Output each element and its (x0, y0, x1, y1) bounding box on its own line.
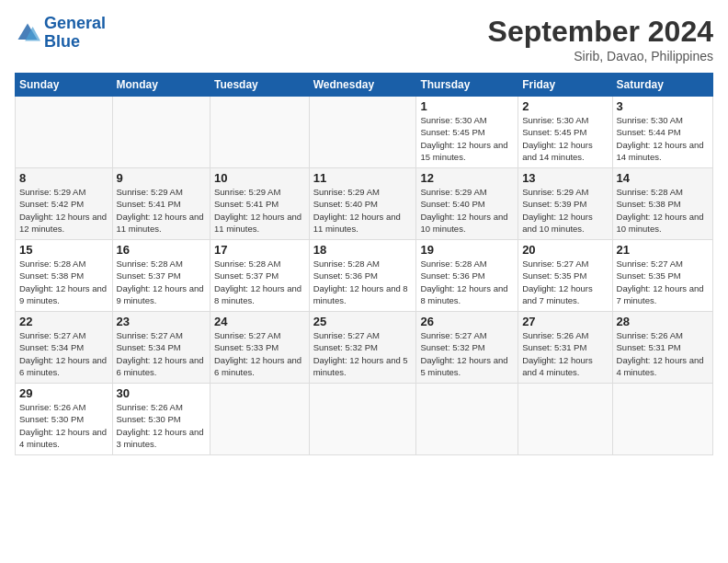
calendar-cell (309, 384, 416, 455)
calendar-week-2: 8 Sunrise: 5:29 AMSunset: 5:42 PMDayligh… (16, 168, 713, 240)
calendar-cell: 8 Sunrise: 5:29 AMSunset: 5:42 PMDayligh… (16, 168, 113, 240)
day-detail: Sunrise: 5:28 AMSunset: 5:36 PMDaylight:… (313, 259, 408, 305)
calendar-cell (112, 97, 210, 168)
calendar-cell: 14 Sunrise: 5:28 AMSunset: 5:38 PMDaylig… (612, 168, 712, 240)
day-detail: Sunrise: 5:30 AMSunset: 5:45 PMDaylight:… (522, 115, 593, 162)
header-sunday: Sunday (16, 74, 113, 97)
day-number: 3 (617, 99, 709, 113)
calendar-cell: 17 Sunrise: 5:28 AMSunset: 5:37 PMDaylig… (210, 240, 310, 312)
day-detail: Sunrise: 5:28 AMSunset: 5:36 PMDaylight:… (420, 259, 507, 305)
day-number: 19 (420, 243, 514, 257)
calendar-cell: 18 Sunrise: 5:28 AMSunset: 5:36 PMDaylig… (309, 240, 416, 312)
calendar-cell: 28 Sunrise: 5:26 AMSunset: 5:31 PMDaylig… (612, 312, 712, 384)
calendar-cell: 16 Sunrise: 5:28 AMSunset: 5:37 PMDaylig… (112, 240, 210, 312)
day-detail: Sunrise: 5:27 AMSunset: 5:34 PMDaylight:… (117, 330, 204, 377)
day-detail: Sunrise: 5:26 AMSunset: 5:30 PMDaylight:… (19, 402, 107, 449)
location-subtitle: Sirib, Davao, Philippines (488, 49, 713, 63)
day-detail: Sunrise: 5:27 AMSunset: 5:32 PMDaylight:… (313, 330, 408, 377)
calendar-cell: 21 Sunrise: 5:27 AMSunset: 5:35 PMDaylig… (612, 240, 712, 312)
day-detail: Sunrise: 5:29 AMSunset: 5:41 PMDaylight:… (214, 187, 301, 234)
day-number: 14 (617, 171, 709, 185)
calendar-cell: 13 Sunrise: 5:29 AMSunset: 5:39 PMDaylig… (518, 168, 612, 240)
month-title: September 2024 (488, 15, 713, 49)
page-header: General Blue September 2024 Sirib, Davao… (15, 15, 713, 63)
calendar-cell: 10 Sunrise: 5:29 AMSunset: 5:41 PMDaylig… (210, 168, 310, 240)
calendar-cell (210, 97, 310, 168)
logo-text: General Blue (44, 15, 106, 52)
calendar-cell: 29 Sunrise: 5:26 AMSunset: 5:30 PMDaylig… (16, 384, 113, 455)
calendar-cell: 25 Sunrise: 5:27 AMSunset: 5:32 PMDaylig… (309, 312, 416, 384)
day-detail: Sunrise: 5:30 AMSunset: 5:44 PMDaylight:… (617, 115, 704, 162)
day-detail: Sunrise: 5:27 AMSunset: 5:35 PMDaylight:… (522, 259, 593, 305)
day-detail: Sunrise: 5:28 AMSunset: 5:38 PMDaylight:… (19, 259, 107, 305)
header-monday: Monday (112, 74, 210, 97)
day-number: 2 (522, 99, 608, 113)
calendar-cell: 26 Sunrise: 5:27 AMSunset: 5:32 PMDaylig… (416, 312, 518, 384)
day-number: 22 (19, 315, 108, 328)
calendar-cell: 11 Sunrise: 5:29 AMSunset: 5:40 PMDaylig… (309, 168, 416, 240)
calendar-cell: 30 Sunrise: 5:26 AMSunset: 5:30 PMDaylig… (112, 384, 210, 455)
header-thursday: Thursday (416, 74, 518, 97)
day-number: 18 (313, 243, 413, 257)
day-detail: Sunrise: 5:28 AMSunset: 5:38 PMDaylight:… (617, 187, 704, 234)
calendar-week-3: 15 Sunrise: 5:28 AMSunset: 5:38 PMDaylig… (16, 240, 713, 312)
calendar-cell (518, 384, 612, 455)
day-number: 30 (117, 386, 206, 400)
calendar-cell: 2 Sunrise: 5:30 AMSunset: 5:45 PMDayligh… (518, 97, 612, 168)
day-detail: Sunrise: 5:27 AMSunset: 5:32 PMDaylight:… (420, 330, 507, 377)
day-detail: Sunrise: 5:27 AMSunset: 5:34 PMDaylight:… (19, 330, 107, 377)
day-detail: Sunrise: 5:29 AMSunset: 5:40 PMDaylight:… (313, 187, 401, 234)
calendar-week-1: 1 Sunrise: 5:30 AMSunset: 5:45 PMDayligh… (16, 97, 713, 168)
calendar-cell (416, 384, 518, 455)
day-number: 9 (117, 171, 206, 185)
calendar-cell: 3 Sunrise: 5:30 AMSunset: 5:44 PMDayligh… (612, 97, 712, 168)
calendar-cell: 20 Sunrise: 5:27 AMSunset: 5:35 PMDaylig… (518, 240, 612, 312)
day-number: 24 (214, 315, 305, 328)
calendar-cell: 27 Sunrise: 5:26 AMSunset: 5:31 PMDaylig… (518, 312, 612, 384)
day-detail: Sunrise: 5:28 AMSunset: 5:37 PMDaylight:… (214, 259, 301, 305)
day-number: 15 (19, 243, 108, 257)
header-tuesday: Tuesday (210, 74, 310, 97)
calendar-cell: 15 Sunrise: 5:28 AMSunset: 5:38 PMDaylig… (16, 240, 113, 312)
logo-icon (15, 20, 40, 46)
day-detail: Sunrise: 5:30 AMSunset: 5:45 PMDaylight:… (420, 115, 507, 162)
day-number: 11 (313, 171, 413, 185)
day-detail: Sunrise: 5:26 AMSunset: 5:31 PMDaylight:… (617, 330, 704, 377)
calendar-cell: 9 Sunrise: 5:29 AMSunset: 5:41 PMDayligh… (112, 168, 210, 240)
day-number: 16 (117, 243, 206, 257)
header-wednesday: Wednesday (309, 74, 416, 97)
header-saturday: Saturday (612, 74, 712, 97)
calendar-cell (612, 384, 712, 455)
calendar-cell: 24 Sunrise: 5:27 AMSunset: 5:33 PMDaylig… (210, 312, 310, 384)
day-detail: Sunrise: 5:28 AMSunset: 5:37 PMDaylight:… (117, 259, 204, 305)
day-detail: Sunrise: 5:27 AMSunset: 5:33 PMDaylight:… (214, 330, 301, 377)
calendar-cell (16, 97, 113, 168)
calendar-cell: 23 Sunrise: 5:27 AMSunset: 5:34 PMDaylig… (112, 312, 210, 384)
calendar-cell: 22 Sunrise: 5:27 AMSunset: 5:34 PMDaylig… (16, 312, 113, 384)
logo: General Blue (15, 15, 106, 52)
day-detail: Sunrise: 5:29 AMSunset: 5:42 PMDaylight:… (19, 187, 107, 234)
calendar-week-5: 29 Sunrise: 5:26 AMSunset: 5:30 PMDaylig… (16, 384, 713, 455)
calendar-cell: 1 Sunrise: 5:30 AMSunset: 5:45 PMDayligh… (416, 97, 518, 168)
day-number: 17 (214, 243, 305, 257)
day-number: 21 (617, 243, 709, 257)
day-detail: Sunrise: 5:29 AMSunset: 5:39 PMDaylight:… (522, 187, 593, 234)
calendar-body: 1 Sunrise: 5:30 AMSunset: 5:45 PMDayligh… (16, 97, 713, 455)
calendar-cell (210, 384, 310, 455)
day-number: 27 (522, 315, 608, 328)
header-row: Sunday Monday Tuesday Wednesday Thursday… (16, 74, 713, 97)
day-detail: Sunrise: 5:29 AMSunset: 5:40 PMDaylight:… (420, 187, 507, 234)
day-number: 13 (522, 171, 608, 185)
title-section: September 2024 Sirib, Davao, Philippines (488, 15, 713, 63)
day-number: 25 (313, 315, 413, 328)
day-number: 26 (420, 315, 514, 328)
calendar-cell (309, 97, 416, 168)
calendar-week-4: 22 Sunrise: 5:27 AMSunset: 5:34 PMDaylig… (16, 312, 713, 384)
day-number: 28 (617, 315, 709, 328)
day-number: 23 (117, 315, 206, 328)
day-detail: Sunrise: 5:27 AMSunset: 5:35 PMDaylight:… (617, 259, 704, 305)
calendar-cell: 12 Sunrise: 5:29 AMSunset: 5:40 PMDaylig… (416, 168, 518, 240)
day-number: 20 (522, 243, 608, 257)
header-friday: Friday (518, 74, 612, 97)
calendar-cell: 19 Sunrise: 5:28 AMSunset: 5:36 PMDaylig… (416, 240, 518, 312)
